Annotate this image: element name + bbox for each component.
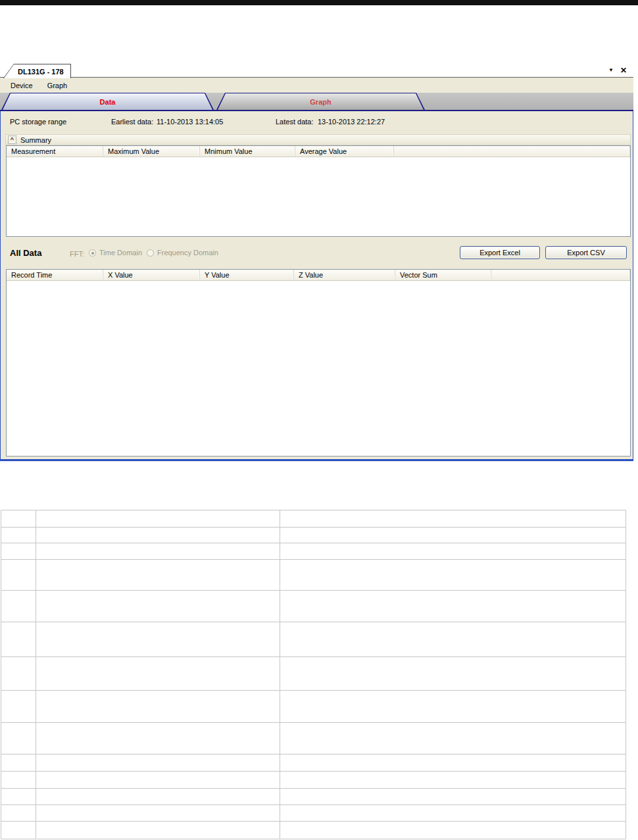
table-cell [280, 691, 626, 723]
menu-item-device[interactable]: Device [3, 80, 40, 91]
radio-time-domain[interactable]: Time Domain [89, 249, 142, 257]
column-header-maximum-value[interactable]: Maximum Value [103, 146, 200, 157]
radio-frequency-domain-circle [147, 249, 154, 257]
column-header-z-value[interactable]: Z Value [294, 270, 395, 280]
table-cell [280, 560, 626, 591]
summary-header-strip: ^ Summary [5, 134, 631, 145]
collapse-toggle-icon[interactable]: ^ [8, 136, 16, 144]
table-cell [1, 510, 36, 528]
table-row [1, 543, 626, 560]
column-header-blank [394, 146, 630, 157]
table-cell [1, 723, 36, 754]
app-window: DL131G - 178 ▼ ✕ Device Graph Data Graph… [0, 64, 633, 461]
table-cell [36, 622, 280, 657]
table-cell [36, 789, 280, 805]
tab-graph-label: Graph [310, 98, 331, 106]
table-cell [280, 657, 626, 691]
table-cell [280, 789, 626, 805]
table-cell [1, 822, 36, 839]
table-cell [36, 691, 280, 723]
table-cell [1, 789, 36, 805]
tab-graph[interactable]: Graph [216, 93, 425, 110]
table-cell [36, 560, 280, 591]
table-cell [1, 805, 36, 822]
table-cell [36, 528, 280, 543]
table-cell [1, 528, 36, 543]
menu-item-graph[interactable]: Graph [40, 80, 75, 91]
table-cell [1, 754, 36, 772]
column-header-record-time[interactable]: Record Time [7, 270, 103, 280]
table-row [1, 528, 626, 543]
table-row [1, 560, 626, 591]
table-cell [1, 543, 36, 560]
window-controls: ▼ ✕ [608, 65, 627, 76]
table-row [1, 622, 626, 657]
export-excel-button[interactable]: Export Excel [460, 246, 540, 259]
table-cell [280, 510, 626, 528]
menu-bar: Device Graph [0, 78, 633, 93]
table-row [1, 789, 626, 805]
table-cell [36, 822, 280, 839]
pc-storage-range-label: PC storage range [10, 118, 66, 126]
summary-table-body [7, 157, 630, 236]
summary-table: Measurement Maximum Value Mnimum Value A… [6, 145, 631, 237]
column-header-average-value[interactable]: Average Value [295, 146, 394, 157]
table-cell [36, 754, 280, 772]
close-icon[interactable]: ✕ [620, 66, 627, 74]
table-row [1, 805, 626, 822]
all-data-table-header: Record Time X Value Y Value Z Value Vect… [7, 270, 630, 281]
fft-label: FFT: [70, 250, 84, 258]
table-cell [36, 591, 280, 622]
data-tab-content: PC storage range Earliest data: 11-10-20… [0, 111, 633, 461]
table-row [1, 591, 626, 622]
table-cell [36, 657, 280, 691]
radio-frequency-domain[interactable]: Frequency Domain [147, 249, 218, 257]
table-cell [280, 543, 626, 560]
latest-data-label: Latest data: [276, 118, 314, 126]
all-data-table-body [7, 281, 630, 456]
radio-frequency-domain-label: Frequency Domain [157, 249, 218, 257]
table-row [1, 510, 626, 528]
column-header-minimum-value[interactable]: Mnimum Value [200, 146, 295, 157]
table-cell [36, 805, 280, 822]
window-menu-dropdown-icon[interactable]: ▼ [608, 68, 614, 73]
table-cell [280, 622, 626, 657]
table-row [1, 657, 626, 691]
summary-table-header: Measurement Maximum Value Mnimum Value A… [7, 146, 630, 157]
table-cell [1, 591, 36, 622]
table-cell [1, 691, 36, 723]
table-cell [280, 528, 626, 543]
table-row [1, 723, 626, 754]
table-cell [280, 591, 626, 622]
column-header-measurement[interactable]: Measurement [7, 146, 103, 157]
tab-data-label: Data [100, 98, 116, 106]
table-row [1, 754, 626, 772]
earliest-data-value: 11-10-2013 13:14:05 [157, 118, 223, 126]
table-row [1, 822, 626, 839]
table-cell [280, 822, 626, 839]
table-cell [36, 772, 280, 789]
tab-data[interactable]: Data [1, 93, 214, 110]
radio-time-domain-circle [89, 249, 96, 257]
all-data-label: All Data [10, 248, 41, 258]
document-empty-table [1, 510, 626, 839]
column-header-vector-sum[interactable]: Vector Sum [395, 270, 491, 280]
column-header-blank [491, 270, 630, 280]
table-cell [1, 772, 36, 789]
table-cell [280, 754, 626, 772]
table-row [1, 772, 626, 789]
column-header-y-value[interactable]: Y Value [200, 270, 294, 280]
window-title: DL131G - 178 [18, 68, 64, 76]
column-header-x-value[interactable]: X Value [103, 270, 200, 280]
table-cell [280, 772, 626, 789]
radio-time-domain-label: Time Domain [99, 249, 142, 257]
main-tab-strip: Data Graph [0, 93, 633, 111]
table-cell [1, 622, 36, 657]
table-cell [36, 723, 280, 754]
summary-label: Summary [20, 136, 51, 144]
table-row [1, 691, 626, 723]
page-top-rule [0, 0, 638, 5]
document-tab[interactable]: DL131G - 178 [3, 64, 71, 78]
export-csv-button[interactable]: Export CSV [545, 246, 627, 259]
table-cell [1, 657, 36, 691]
